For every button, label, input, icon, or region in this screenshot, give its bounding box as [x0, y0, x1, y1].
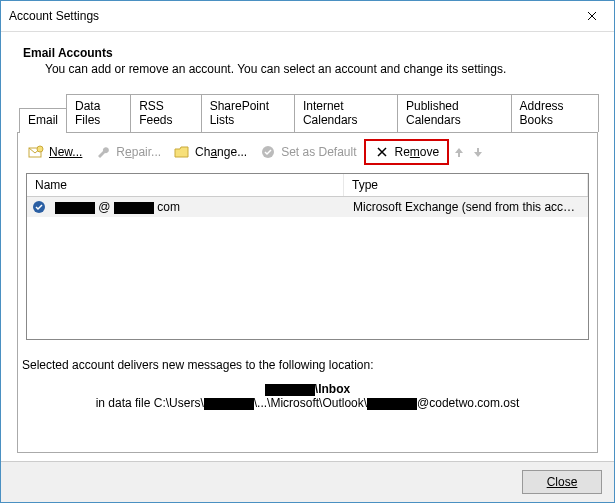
account-type-cell: Microsoft Exchange (send from this accou…	[345, 198, 588, 216]
section-subtext: You can add or remove an account. You ca…	[45, 62, 598, 76]
tab-internet-calendars[interactable]: Internet Calendars	[294, 94, 398, 132]
envelope-new-icon	[28, 144, 44, 160]
col-header-type[interactable]: Type	[344, 174, 588, 196]
list-header: Name Type	[27, 174, 588, 197]
redacted-text	[114, 202, 154, 214]
remove-button[interactable]: Remove	[364, 139, 450, 165]
folder-change-icon	[174, 144, 190, 160]
tab-data-files[interactable]: Data Files	[66, 94, 131, 132]
redacted-text	[265, 384, 315, 396]
tab-email[interactable]: Email	[19, 108, 67, 133]
window-title: Account Settings	[9, 9, 569, 23]
list-body: @ com Microsoft Exchange (send from this…	[27, 197, 588, 339]
table-row[interactable]: @ com Microsoft Exchange (send from this…	[27, 197, 588, 217]
set-default-button: Set as Default	[254, 141, 362, 163]
change-button[interactable]: Change...	[168, 141, 253, 163]
arrow-up-icon	[453, 146, 465, 158]
account-list: Name Type @ com Microsof	[26, 173, 589, 340]
tab-address-books[interactable]: Address Books	[511, 94, 599, 132]
close-icon	[587, 11, 597, 21]
section-heading: Email Accounts	[23, 46, 598, 60]
redacted-text	[204, 398, 254, 410]
new-label: New...	[49, 145, 82, 159]
set-default-label: Set as Default	[281, 145, 356, 159]
dialog-footer: Close	[1, 461, 614, 502]
tab-panel: New... Repair... Change...	[17, 132, 598, 453]
window-close-button[interactable]	[569, 2, 614, 31]
delivery-info: Selected account delivers new messages t…	[22, 358, 593, 410]
change-label: Change...	[195, 145, 247, 159]
col-header-name[interactable]: Name	[27, 174, 344, 196]
tab-sharepoint-lists[interactable]: SharePoint Lists	[201, 94, 295, 132]
tab-rss-feeds[interactable]: RSS Feeds	[130, 94, 202, 132]
redacted-text	[55, 202, 95, 214]
account-settings-window: Account Settings Email Accounts You can …	[0, 0, 615, 503]
check-circle-icon	[260, 144, 276, 160]
delivery-location: \Inbox in data file C:\Users\\...\Micros…	[22, 382, 593, 410]
title-bar: Account Settings	[1, 1, 614, 32]
default-check-icon	[31, 200, 47, 214]
wrench-icon	[95, 144, 111, 160]
delivery-text: Selected account delivers new messages t…	[22, 358, 593, 372]
repair-label: Repair...	[116, 145, 161, 159]
repair-button: Repair...	[89, 141, 167, 163]
svg-point-1	[37, 146, 43, 152]
account-name-cell: @ com	[47, 198, 345, 216]
redacted-text	[367, 398, 417, 410]
new-button[interactable]: New...	[22, 141, 88, 163]
tab-published-calendars[interactable]: Published Calendars	[397, 94, 512, 132]
toolbar: New... Repair... Change...	[18, 133, 597, 171]
move-down-button	[469, 143, 487, 161]
tab-strip: Email Data Files RSS Feeds SharePoint Li…	[19, 94, 598, 132]
x-icon	[374, 144, 390, 160]
content-area: Email Accounts You can add or remove an …	[1, 32, 614, 461]
move-up-button	[450, 143, 468, 161]
arrow-down-icon	[472, 146, 484, 158]
close-button[interactable]: Close	[522, 470, 602, 494]
remove-label: Remove	[395, 145, 440, 159]
